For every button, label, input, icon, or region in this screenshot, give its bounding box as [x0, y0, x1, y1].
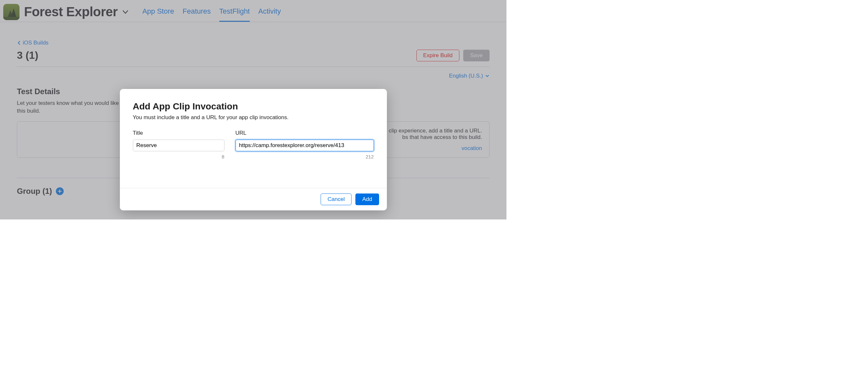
- cancel-label: Cancel: [328, 196, 345, 203]
- add-invocation-modal: Add App Clip Invocation You must include…: [120, 89, 387, 210]
- add-button[interactable]: Add: [355, 194, 379, 205]
- modal-title: Add App Clip Invocation: [133, 101, 374, 112]
- modal-subtitle: You must include a title and a URL for y…: [133, 114, 374, 121]
- add-label: Add: [362, 196, 372, 203]
- title-field-label: Title: [133, 130, 224, 136]
- url-input[interactable]: [236, 140, 374, 151]
- url-field-label: URL: [236, 130, 374, 136]
- modal-footer: Cancel Add: [120, 188, 387, 210]
- url-field: URL 212: [236, 130, 374, 160]
- cancel-button[interactable]: Cancel: [321, 194, 351, 205]
- title-field: Title 8: [133, 130, 224, 160]
- title-counter: 8: [133, 154, 224, 160]
- modal-fields: Title 8 URL 212: [133, 130, 374, 160]
- modal-body: Add App Clip Invocation You must include…: [120, 89, 387, 188]
- url-counter: 212: [236, 154, 374, 160]
- title-input[interactable]: [133, 140, 224, 151]
